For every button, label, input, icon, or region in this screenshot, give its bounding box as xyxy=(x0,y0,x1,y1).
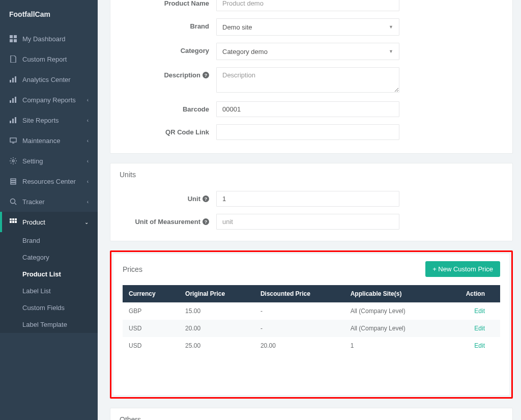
col-original: Original Price xyxy=(179,285,254,302)
prices-highlight-box: Prices + New Custom Price Currency Origi… xyxy=(110,250,513,399)
product-details-panel: Product Name Brand Demo site ▼ Category xyxy=(110,0,513,154)
prices-title: Prices xyxy=(123,265,142,273)
barcode-input[interactable] xyxy=(216,101,399,117)
chevron-left-icon: ‹ xyxy=(87,158,89,164)
sidebar-item-custom-report[interactable]: Custom Report xyxy=(0,49,98,69)
table-row: GBP 15.00 - All (Company Level) Edit xyxy=(123,302,500,320)
cell-original: 20.00 xyxy=(179,320,254,337)
nav-list: My Dashboard Custom Report Analytics Cen… xyxy=(0,29,98,333)
unit-label: Unit xyxy=(188,195,200,203)
prices-panel: Prices + New Custom Price Currency Origi… xyxy=(113,254,509,395)
help-icon[interactable]: ? xyxy=(202,72,209,78)
caret-down-icon: ▼ xyxy=(389,24,393,30)
sidebar-item-product[interactable]: Product ⌄ xyxy=(0,212,98,232)
subitem-custom-fields[interactable]: Custom Fields xyxy=(0,299,98,316)
edit-link[interactable]: Edit xyxy=(474,342,485,349)
product-name-input[interactable] xyxy=(216,0,399,11)
chevron-left-icon: ‹ xyxy=(87,118,89,123)
sidebar-item-label: Custom Report xyxy=(22,55,89,63)
brand-label: Brand xyxy=(190,22,209,30)
category-select[interactable]: Category demo ▼ xyxy=(216,43,399,60)
category-label: Category xyxy=(181,47,209,54)
sidebar-item-label: Resources Center xyxy=(22,178,87,185)
product-name-label: Product Name xyxy=(164,0,209,7)
edit-link[interactable]: Edit xyxy=(474,307,485,315)
sidebar-item-maintenance[interactable]: Maintenance ‹ xyxy=(0,130,98,151)
svg-point-19 xyxy=(11,199,15,204)
main-content: Product Name Brand Demo site ▼ Category xyxy=(104,0,521,420)
svg-rect-26 xyxy=(15,221,17,223)
qr-input[interactable] xyxy=(216,124,399,140)
svg-rect-25 xyxy=(12,221,14,223)
search-icon xyxy=(9,198,17,206)
svg-rect-12 xyxy=(15,117,16,123)
subitem-brand[interactable]: Brand xyxy=(0,232,98,249)
barcode-label: Barcode xyxy=(183,105,209,113)
sidebar-item-label: Product xyxy=(22,218,84,226)
sidebar-item-label: Analytics Center xyxy=(22,76,89,83)
svg-rect-16 xyxy=(11,179,16,180)
sidebar-item-dashboard[interactable]: My Dashboard xyxy=(0,29,98,49)
new-custom-price-button[interactable]: + New Custom Price xyxy=(425,261,500,277)
chart-icon xyxy=(9,75,17,83)
svg-rect-24 xyxy=(10,221,12,223)
cell-original: 15.00 xyxy=(179,302,254,320)
chevron-left-icon: ‹ xyxy=(87,97,89,103)
cell-sites: 1 xyxy=(344,337,442,354)
sidebar-item-analytics[interactable]: Analytics Center xyxy=(0,69,98,90)
cell-sites: All (Company Level) xyxy=(344,320,442,337)
sidebar-item-label: Maintenance xyxy=(22,137,87,145)
dashboard-icon xyxy=(9,35,17,43)
subitem-label-template[interactable]: Label Template xyxy=(0,316,98,333)
svg-rect-13 xyxy=(10,138,16,142)
sidebar-item-site-reports[interactable]: Site Reports ‹ xyxy=(0,110,98,130)
svg-rect-7 xyxy=(10,100,11,103)
brand-select[interactable]: Demo site ▼ xyxy=(216,18,399,36)
brand-title: FootfallCam xyxy=(0,0,98,29)
sidebar-item-setting[interactable]: Setting ‹ xyxy=(0,151,98,171)
svg-rect-9 xyxy=(15,97,16,103)
sidebar-item-resources[interactable]: Resources Center ‹ xyxy=(0,171,98,191)
description-textarea[interactable] xyxy=(216,67,399,93)
chevron-left-icon: ‹ xyxy=(87,138,89,144)
svg-rect-8 xyxy=(12,98,14,103)
layers-icon xyxy=(9,177,17,185)
chart-icon xyxy=(9,116,17,124)
subitem-product-list[interactable]: Product List xyxy=(0,266,98,283)
help-icon[interactable]: ? xyxy=(202,218,209,225)
sidebar-item-label: My Dashboard xyxy=(22,35,89,43)
svg-rect-23 xyxy=(15,218,17,220)
help-icon[interactable]: ? xyxy=(202,195,209,202)
qr-label: QR Code Link xyxy=(165,128,209,136)
edit-link[interactable]: Edit xyxy=(474,325,485,332)
caret-down-icon: ▼ xyxy=(389,49,393,54)
uom-label: Unit of Measurement xyxy=(135,218,200,226)
cell-discounted: - xyxy=(254,320,344,337)
sidebar-item-tracker[interactable]: Tracker ‹ xyxy=(0,191,98,212)
cell-currency: USD xyxy=(123,337,179,354)
svg-rect-18 xyxy=(11,183,16,184)
cell-currency: USD xyxy=(123,320,179,337)
col-currency: Currency xyxy=(123,285,179,302)
sidebar-item-label: Setting xyxy=(22,157,87,165)
uom-input[interactable] xyxy=(216,214,399,230)
chevron-left-icon: ‹ xyxy=(87,199,89,205)
svg-rect-22 xyxy=(12,218,14,220)
brand-select-value: Demo site xyxy=(222,23,252,31)
cell-currency: GBP xyxy=(123,302,179,320)
svg-rect-6 xyxy=(15,76,16,82)
cell-sites: All (Company Level) xyxy=(344,302,442,320)
scroll-gutter xyxy=(98,0,104,420)
unit-input[interactable] xyxy=(216,191,399,207)
cell-discounted: 20.00 xyxy=(254,337,344,354)
grid-icon xyxy=(9,218,17,226)
svg-rect-21 xyxy=(10,218,12,220)
sidebar-item-label: Tracker xyxy=(22,198,87,206)
sidebar-item-label: Site Reports xyxy=(22,117,87,124)
chevron-left-icon: ‹ xyxy=(87,179,89,184)
svg-rect-17 xyxy=(11,181,16,182)
sidebar-item-company-reports[interactable]: Company Reports ‹ xyxy=(0,90,98,110)
description-label: Description xyxy=(164,71,200,79)
subitem-label-list[interactable]: Label List xyxy=(0,283,98,299)
subitem-category[interactable]: Category xyxy=(0,249,98,266)
